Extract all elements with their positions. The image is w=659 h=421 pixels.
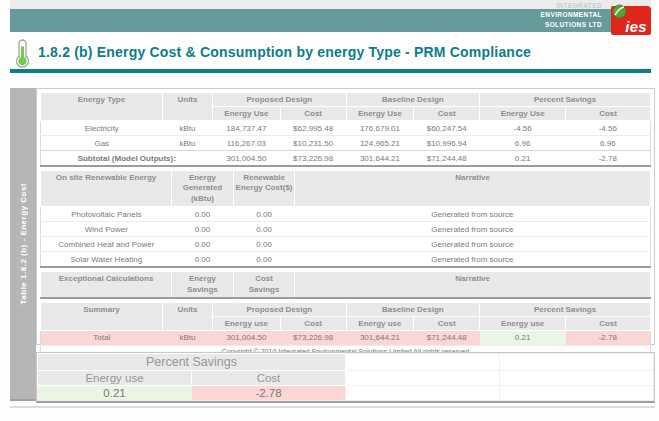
col-header-cost-savings: Cost Savings [233,272,295,298]
subheader-row: Energy use Cost [38,371,654,386]
value-cell: 0.00 [172,237,234,252]
col-header-renewable: On site Renewable Energy [41,171,172,207]
units-cell: kBtu [162,136,212,151]
col-header-renewable-cost: Renewable Energy Cost($) [233,171,295,207]
value-cell: 301,644.21 [346,151,414,167]
company-name: INTEGRATED ENVIRONMENTAL SOLUTIONS LTD [541,1,602,29]
units-cell: kBtu [162,121,212,136]
value-cell: 6.96 [480,136,566,151]
value-cell: $60,247.54 [414,121,480,136]
table-row-chp: Combined Heat and Power 0.00 0.00 Genera… [41,237,651,252]
bottom-divider [10,406,655,408]
sidebar-tab-label: Table 1.8.2 (b) - Energy Cost [19,183,28,304]
col-header-cost: Cost [192,371,346,386]
header-row: Percent Savings [38,354,654,371]
value-cell: 0.00 [172,207,234,222]
col-header-energy-use: Energy use [213,316,281,330]
table-row-wind: Wind Power 0.00 0.00 Generated from sour… [41,222,651,237]
company-line-1: INTEGRATED [541,1,602,10]
group-header-percent-savings: Percent Savings [480,302,651,316]
empty-cell [346,371,500,386]
col-header-energy-type: Energy Type [41,93,163,121]
value-cell: $10,231.50 [280,136,346,151]
table-row-total: Total kBtu 301,004.50 $73,226.98 301,644… [41,330,651,345]
empty-cell [500,386,654,401]
row-label: Combined Heat and Power [41,237,172,252]
percent-savings-title: Percent Savings [38,354,346,371]
header-row: On site Renewable Energy Energy Generate… [41,171,651,207]
group-header-baseline-design: Baseline Design [346,93,480,107]
value-cell: 116,267.03 [213,136,281,151]
percent-savings-table: Percent Savings Energy use Cost 0.21 -2.… [37,353,654,401]
col-header-energy-use: Energy use [346,316,414,330]
header-row: Energy Type Units Proposed Design Baseli… [41,93,651,107]
col-header-energy-use: Energy use [38,371,192,386]
empty-cell [346,386,500,401]
company-line-2: ENVIRONMENTAL [541,10,602,19]
value-cell: $73,226.98 [280,330,346,345]
units-cell: kBtu [162,330,212,345]
group-header-proposed-design: Proposed Design [213,93,347,107]
empty-cell [346,354,500,371]
value-cell: 0.21 [480,151,566,167]
col-header-units: Units [162,302,212,330]
value-cell: 301,004.50 [213,330,281,345]
value-cell: -2.78 [566,151,651,167]
col-header-cost: Cost [566,316,651,330]
page-title: 1.8.2 (b) Energy Cost & Consumption by e… [38,44,531,60]
col-header-narrative: Narrative [295,272,651,298]
values-row: 0.21 -2.78 [38,386,654,401]
value-cell: $71,244.48 [414,330,480,345]
row-label: Wind Power [41,222,172,237]
value-cell: 184,737.47 [213,121,281,136]
exceptional-calculations-table: Exceptional Calculations Energy Savings … [40,271,651,299]
col-header-cost: Cost [414,316,480,330]
col-header-energy-savings: Energy Savings [172,272,234,298]
value-cell: $62,995.48 [280,121,346,136]
ies-logo: ies [611,6,651,35]
value-cell: $10,996.94 [414,136,480,151]
col-header-exceptional: Exceptional Calculations [41,272,172,298]
value-cell: 301,644.21 [346,330,414,345]
sidebar-tab[interactable]: Table 1.8.2 (b) - Energy Cost [10,88,36,401]
value-cell-positive: 0.21 [480,330,566,345]
row-label: Electricity [41,121,163,136]
col-header-units: Units [162,93,212,121]
table-row-photovoltaic: Photovoltaic Panels 0.00 0.00 Generated … [41,207,651,222]
table-row-electricity: Electricity kBtu 184,737.47 $62,995.48 1… [41,121,651,136]
narrative-cell: Generated from source [295,237,651,252]
value-cell: 6.96 [566,136,651,151]
value-cell-negative: -2.78 [566,330,651,345]
value-cell: 301,004.50 [213,151,281,167]
narrative-cell: Generated from source [295,222,651,237]
col-header-energy-use: Energy use [480,316,566,330]
value-cell: -4.56 [566,121,651,136]
col-header-narrative: Narrative [295,171,651,207]
value-cell: 0.00 [172,252,234,268]
col-header-energy-use: Energy Use [480,107,566,121]
value-cell: 0.00 [233,222,295,237]
value-cell: 176,679.01 [346,121,414,136]
col-header-energy-use: Energy Use [346,107,414,121]
narrative-cell: Generated from source [295,252,651,268]
percent-savings-panel: Percent Savings Energy use Cost 0.21 -2.… [36,352,655,403]
value-cell: 0.00 [233,237,295,252]
col-header-summary: Summary [41,302,163,330]
ies-logo-text: ies [625,18,647,35]
table-row-solar-water: Solar Water Heating 0.00 0.00 Generated … [41,252,651,268]
empty-cell [500,354,654,371]
row-label: Gas [41,136,163,151]
col-header-energy-use: Energy Use [213,107,281,121]
value-cell: -4.56 [480,121,566,136]
group-header-percent-savings: Percent Savings [480,93,651,107]
value-cell: $71,244.48 [414,151,480,167]
row-label: Solar Water Heating [41,252,172,268]
table-row-gas: Gas kBtu 116,267.03 $10,231.50 124,965.2… [41,136,651,151]
table-row-subtotal: Subtotal (Model Outputs): 301,004.50 $73… [41,151,651,167]
company-line-3: SOLUTIONS LTD [541,20,602,29]
col-header-cost: Cost [280,107,346,121]
thermometer-icon [14,39,31,72]
value-cell: 0.00 [233,252,295,268]
cost-savings-value: -2.78 [192,386,346,401]
narrative-cell: Generated from source [295,207,651,222]
